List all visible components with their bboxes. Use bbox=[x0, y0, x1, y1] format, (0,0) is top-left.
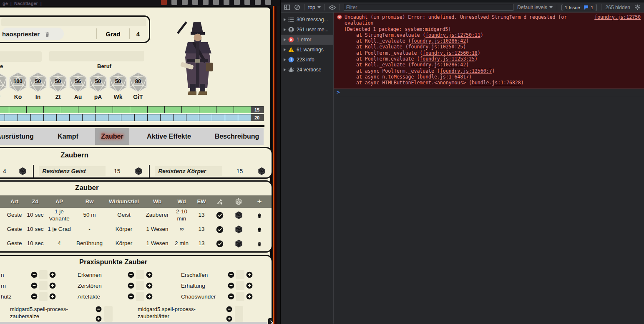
beruf-input[interactable] bbox=[49, 51, 144, 61]
error-source-link[interactable]: foundry.js:12750 bbox=[594, 14, 641, 20]
minus-button[interactable] bbox=[31, 271, 38, 278]
resistenz-koerper-value[interactable]: 15 bbox=[236, 168, 243, 175]
context-selector[interactable]: top bbox=[308, 5, 321, 10]
cast-check-icon[interactable] bbox=[216, 240, 224, 248]
source-link[interactable]: foundry.js:12560:18 bbox=[423, 50, 478, 56]
console-prompt[interactable]: > bbox=[334, 89, 644, 97]
roll-die-icon[interactable] bbox=[235, 211, 243, 219]
character-portrait[interactable] bbox=[169, 20, 227, 96]
attribute-die-au[interactable]: 56 bbox=[68, 72, 88, 93]
plus-button[interactable] bbox=[246, 293, 253, 300]
zaubern-roll-die-icon[interactable] bbox=[19, 167, 27, 175]
praxis-input[interactable] bbox=[39, 292, 48, 301]
expand-caret-icon[interactable] bbox=[284, 68, 286, 71]
log-levels-selector[interactable]: Default levels bbox=[517, 5, 553, 10]
plus-button[interactable] bbox=[96, 316, 102, 322]
chat-tab-icon[interactable] bbox=[161, 0, 167, 5]
issues-button[interactable]: 1 Issue: 1 bbox=[561, 4, 597, 11]
expand-caret-icon[interactable] bbox=[284, 28, 286, 31]
sidebar-item-verbose[interactable]: 24 verbose bbox=[281, 65, 333, 75]
attribute-die-wk[interactable]: 50 bbox=[108, 72, 128, 93]
scenes-tab-icon[interactable] bbox=[182, 0, 188, 5]
sidebar-item-warnings[interactable]: 61 warnings bbox=[281, 45, 333, 55]
praxis-input[interactable] bbox=[236, 292, 244, 301]
minus-button[interactable] bbox=[228, 282, 234, 289]
actors-tab-icon[interactable] bbox=[192, 0, 198, 5]
sidebar-toggle-icon[interactable] bbox=[284, 4, 290, 10]
settings-tab-icon[interactable] bbox=[265, 0, 271, 5]
praxis-input[interactable] bbox=[39, 270, 48, 279]
create-live-expression-eye-icon[interactable] bbox=[329, 5, 336, 10]
minus-button[interactable] bbox=[31, 282, 38, 289]
roll-die-icon[interactable] bbox=[235, 240, 243, 248]
praxis-input[interactable] bbox=[136, 281, 144, 290]
resistenz-geist-roll-icon[interactable] bbox=[135, 167, 143, 175]
source-link[interactable]: foundry.js:12750:11 bbox=[425, 32, 480, 38]
console-error-entry[interactable]: Uncaught (in promise) Error: undefined. … bbox=[334, 13, 644, 89]
plus-button[interactable] bbox=[246, 271, 253, 278]
delete-spell-icon[interactable] bbox=[256, 226, 263, 233]
attribute-die-gw[interactable]: 5 bbox=[0, 72, 8, 93]
plus-button[interactable] bbox=[49, 293, 56, 300]
title-input[interactable] bbox=[1, 18, 146, 26]
cast-check-icon[interactable] bbox=[216, 226, 224, 233]
delete-spell-icon[interactable] bbox=[256, 240, 263, 247]
source-link[interactable]: foundry.js:10286:42 bbox=[411, 38, 466, 44]
attribute-die-ko[interactable]: 100 bbox=[8, 72, 28, 93]
praxis-input[interactable] bbox=[235, 306, 243, 322]
attribute-die-in[interactable]: 50 bbox=[28, 72, 48, 93]
tab-aktive-effekte[interactable]: Aktive Effekte bbox=[147, 128, 191, 145]
delete-spell-icon[interactable] bbox=[256, 212, 263, 219]
praxis-input[interactable] bbox=[136, 292, 144, 301]
trash-icon[interactable] bbox=[44, 30, 51, 38]
minus-button[interactable] bbox=[128, 282, 134, 289]
source-link[interactable]: foundry.js:10250:25 bbox=[408, 44, 463, 50]
expand-caret-icon[interactable] bbox=[284, 58, 286, 61]
scene-nav-item[interactable]: ge bbox=[3, 1, 8, 6]
tab-ausruestung[interactable]: Ausrüstung bbox=[0, 128, 34, 145]
minus-button[interactable] bbox=[228, 271, 234, 278]
playlists-tab-icon[interactable] bbox=[244, 0, 250, 5]
scene-nav-item-active[interactable]: Nachtlager bbox=[14, 1, 38, 6]
tab-beschreibung[interactable]: Beschreibung bbox=[215, 128, 259, 145]
minus-button[interactable] bbox=[128, 293, 134, 300]
roll-die-icon[interactable] bbox=[235, 225, 243, 233]
sidebar-item-errors[interactable]: 1 error bbox=[281, 35, 333, 45]
attribute-die-zt[interactable]: 50 bbox=[48, 72, 68, 93]
combat-tab-icon[interactable] bbox=[171, 0, 177, 5]
source-link[interactable]: bundle.js:1:64817 bbox=[420, 74, 469, 80]
attribute-die-git[interactable]: 80 bbox=[128, 72, 148, 93]
minus-button[interactable] bbox=[31, 293, 38, 300]
source-link[interactable]: foundry.js:10286:42 bbox=[411, 62, 466, 68]
left-field-input[interactable] bbox=[0, 51, 42, 62]
settings-gear-icon[interactable] bbox=[634, 4, 641, 10]
expand-caret-icon[interactable] bbox=[284, 48, 286, 51]
resistenz-geist-value[interactable]: 15 bbox=[114, 168, 121, 175]
grad-value[interactable]: 4 bbox=[130, 30, 146, 38]
clear-console-icon[interactable] bbox=[294, 4, 300, 10]
lp-bar-segments[interactable] bbox=[0, 106, 251, 113]
praxis-input[interactable] bbox=[236, 270, 244, 279]
cast-check-icon[interactable] bbox=[216, 212, 224, 219]
praxis-input[interactable] bbox=[236, 281, 244, 290]
praxis-input[interactable] bbox=[136, 270, 144, 279]
sidebar-item-user-messages[interactable]: 261 user me... bbox=[281, 25, 333, 35]
plus-button[interactable] bbox=[49, 271, 56, 278]
source-link[interactable]: bundle.js:1:76828 bbox=[472, 80, 521, 86]
sidebar-item-info[interactable]: 223 info bbox=[281, 55, 333, 65]
tables-tab-icon[interactable] bbox=[224, 0, 229, 5]
praxis-input[interactable] bbox=[104, 306, 113, 322]
expand-caret-icon[interactable] bbox=[284, 38, 286, 41]
plus-button[interactable] bbox=[146, 271, 153, 278]
add-spell-button[interactable]: + bbox=[249, 197, 270, 207]
items-tab-icon[interactable] bbox=[203, 0, 209, 5]
compendium-tab-icon[interactable] bbox=[255, 0, 261, 5]
minus-button[interactable] bbox=[96, 306, 102, 312]
tab-kampf[interactable]: Kampf bbox=[58, 128, 78, 145]
expand-caret-icon[interactable] bbox=[284, 18, 286, 21]
attribute-die-pa[interactable]: 50 bbox=[88, 72, 108, 93]
cards-tab-icon[interactable] bbox=[234, 0, 240, 5]
sidebar-item-messages[interactable]: 309 messag... bbox=[281, 15, 333, 25]
filter-input[interactable] bbox=[344, 4, 513, 11]
ap-bar-segments[interactable] bbox=[0, 114, 251, 121]
